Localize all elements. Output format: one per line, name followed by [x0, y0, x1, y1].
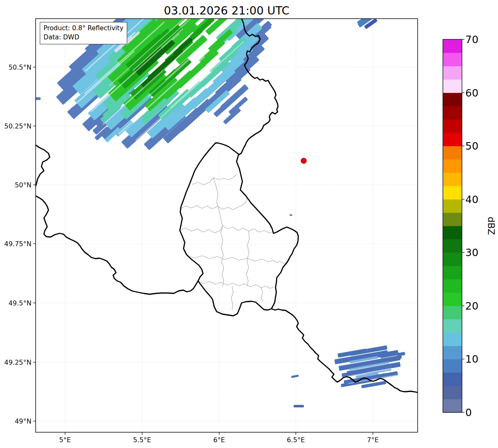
colorbar-tick-labels: 010203040506070: [465, 34, 479, 419]
colorbar-segment: [443, 306, 462, 320]
y-tick-label: 49°N: [15, 417, 31, 425]
colorbar-segment: [443, 373, 462, 386]
colorbar-segment: [443, 186, 462, 200]
colorbar-segment: [443, 346, 462, 359]
colorbar-segment: [443, 239, 462, 253]
radar-map-canvas: 5°E5.5°E6°E6.5°E7°E50.5°N50.25°N50°N49.7…: [0, 0, 498, 448]
colorbar-segment: [443, 252, 462, 266]
colorbar-tick-label: 0: [465, 407, 472, 419]
radar-echo-group-center-dash: [290, 214, 293, 216]
radar-figure: 03.01.2026 21:00 UTC 5°E5.5°E6°E6.5°E7°E…: [0, 0, 498, 448]
colorbar-segment: [443, 266, 462, 279]
y-tick-label: 49.5°N: [8, 299, 31, 307]
x-tick-label: 5.5°E: [133, 436, 151, 444]
colorbar-tick-label: 10: [465, 353, 479, 365]
colorbar-segment: [443, 399, 462, 413]
radar-streak: [36, 97, 41, 100]
colorbar-segment: [443, 66, 462, 80]
colorbar-tick-label: 50: [465, 140, 479, 152]
colorbar: [443, 39, 464, 413]
y-tick-label: 49.25°N: [4, 358, 31, 366]
colorbar-segment: [443, 39, 462, 53]
x-tick-label: 5°E: [59, 436, 71, 444]
x-tick-label: 7°E: [367, 436, 379, 444]
x-tick-label: 6°E: [213, 436, 225, 444]
colorbar-segment: [443, 359, 462, 373]
colorbar-segment: [443, 279, 462, 293]
colorbar-tick-label: 20: [465, 300, 479, 312]
colorbar-segment: [443, 226, 462, 240]
radar-streak: [294, 405, 304, 407]
y-tick-label: 50.25°N: [4, 122, 31, 130]
colorbar-segment: [443, 106, 462, 120]
colorbar-segment: [443, 293, 462, 306]
colorbar-segment: [443, 332, 462, 346]
radar-site-marker: [301, 158, 307, 164]
radar-streak: [290, 214, 293, 216]
product-info-box: Product: 0.8° Reflectivity Data: DWD: [40, 22, 127, 44]
radar-echo-group-left-edge-dash: [36, 97, 41, 100]
colorbar-segment: [443, 319, 462, 333]
colorbar-segment: [443, 133, 462, 146]
y-tick-label: 50.5°N: [8, 63, 31, 71]
y-tick-label: 49.75°N: [4, 240, 31, 248]
colorbar-tick-label: 40: [465, 194, 479, 206]
y-tick-label: 50°N: [15, 181, 31, 189]
radar-echo-group-bottom-dash: [294, 405, 304, 407]
colorbar-segment: [443, 386, 462, 400]
colorbar-segment: [443, 172, 462, 186]
x-tick-label: 6.5°E: [287, 436, 305, 444]
colorbar-tick-label: 70: [465, 34, 479, 46]
colorbar-unit-label: dBZ: [486, 217, 496, 235]
colorbar-segment: [443, 159, 462, 173]
product-info-line: Product: 0.8° Reflectivity: [44, 24, 123, 33]
colorbar-segment: [443, 199, 462, 213]
data-source-line: Data: DWD: [44, 33, 123, 42]
colorbar-tick-label: 30: [465, 247, 479, 259]
colorbar-segment: [443, 119, 462, 133]
colorbar-tick-label: 60: [465, 87, 479, 99]
colorbar-segment: [443, 146, 462, 160]
colorbar-segment: [443, 93, 462, 107]
colorbar-segment: [443, 53, 462, 66]
colorbar-segment: [443, 213, 462, 226]
colorbar-segment: [443, 79, 462, 93]
